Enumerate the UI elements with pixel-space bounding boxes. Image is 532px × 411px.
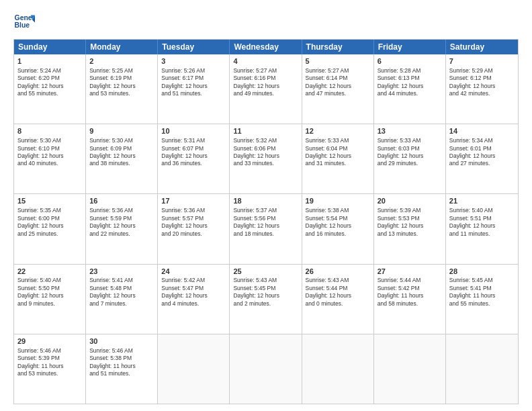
day-number: 29 [17,336,82,347]
cal-cell-empty-4-4 [302,334,374,404]
cal-cell-27: 27Sunrise: 5:44 AMSunset: 5:42 PMDayligh… [374,265,446,334]
day-info: Daylight: 11 hours [378,292,442,300]
day-number: 26 [306,267,370,277]
header-saturday: Saturday [446,40,518,54]
day-info: and 31 minutes. [306,160,370,167]
svg-text:Blue: Blue [15,21,30,29]
day-info: Sunset: 5:39 PM [17,355,82,362]
day-number: 13 [378,126,442,136]
calendar-row-1: 1Sunrise: 5:24 AMSunset: 6:20 PMDaylight… [14,54,518,124]
calendar-row-3: 15Sunrise: 5:35 AMSunset: 6:00 PMDayligh… [14,194,518,264]
day-info: Daylight: 12 hours [449,222,515,230]
day-info: and 16 minutes. [306,230,370,238]
day-info: Daylight: 12 hours [17,292,82,300]
cal-cell-14: 14Sunrise: 5:34 AMSunset: 6:01 PMDayligh… [446,124,518,193]
day-info: Sunset: 6:09 PM [89,145,154,152]
calendar: SundayMondayTuesdayWednesdayThursdayFrid… [13,39,519,404]
day-info: Daylight: 12 hours [233,83,298,90]
day-info: Sunset: 5:51 PM [449,215,515,222]
day-info: and 22 minutes. [89,230,154,238]
day-info: and 0 minutes. [306,300,370,308]
day-info: Sunrise: 5:46 AM [17,347,82,355]
cal-cell-26: 26Sunrise: 5:43 AMSunset: 5:44 PMDayligh… [302,265,374,334]
day-info: Sunset: 6:10 PM [17,145,82,152]
day-number: 19 [306,196,370,206]
day-info: Sunset: 5:57 PM [161,215,226,222]
day-info: and 4 minutes. [161,300,226,308]
cal-cell-16: 16Sunrise: 5:36 AMSunset: 5:59 PMDayligh… [86,194,158,263]
day-info: Sunset: 5:45 PM [233,285,298,292]
day-number: 4 [233,56,298,66]
day-number: 17 [161,196,226,206]
cal-cell-22: 22Sunrise: 5:40 AMSunset: 5:50 PMDayligh… [14,265,86,334]
day-info: Daylight: 12 hours [161,222,226,230]
day-info: Sunrise: 5:40 AM [449,207,515,214]
day-info: and 18 minutes. [233,230,298,238]
calendar-header: SundayMondayTuesdayWednesdayThursdayFrid… [14,40,518,54]
day-info: Daylight: 12 hours [161,152,226,160]
day-info: Daylight: 12 hours [89,292,154,300]
day-info: and 55 minutes. [449,300,515,308]
cal-cell-1: 1Sunrise: 5:24 AMSunset: 6:20 PMDaylight… [14,54,86,124]
day-info: Daylight: 12 hours [449,152,515,160]
cal-cell-17: 17Sunrise: 5:36 AMSunset: 5:57 PMDayligh… [158,194,230,263]
logo: General Blue [13,11,35,32]
cal-cell-25: 25Sunrise: 5:43 AMSunset: 5:45 PMDayligh… [230,265,302,334]
day-number: 24 [161,267,226,277]
cal-cell-30: 30Sunrise: 5:46 AMSunset: 5:38 PMDayligh… [86,334,158,404]
calendar-row-4: 22Sunrise: 5:40 AMSunset: 5:50 PMDayligh… [14,265,518,334]
day-info: Sunset: 6:06 PM [233,145,298,152]
cal-cell-29: 29Sunrise: 5:46 AMSunset: 5:39 PMDayligh… [14,334,86,404]
day-number: 12 [306,126,370,136]
day-info: and 42 minutes. [449,90,515,97]
header-thursday: Thursday [302,40,374,54]
day-number: 18 [233,196,298,206]
cal-cell-20: 20Sunrise: 5:39 AMSunset: 5:53 PMDayligh… [374,194,446,263]
day-info: Daylight: 12 hours [233,222,298,230]
day-info: Sunrise: 5:45 AM [449,277,515,284]
day-info: Sunrise: 5:42 AM [161,277,226,284]
day-info: Sunrise: 5:37 AM [233,207,298,214]
cal-cell-5: 5Sunrise: 5:27 AMSunset: 6:14 PMDaylight… [302,54,374,124]
day-info: Daylight: 12 hours [306,292,370,300]
day-info: Daylight: 12 hours [17,222,82,230]
cal-cell-7: 7Sunrise: 5:29 AMSunset: 6:12 PMDaylight… [446,54,518,124]
day-info: and 13 minutes. [378,230,442,238]
day-number: 3 [161,56,226,66]
day-info: Daylight: 12 hours [378,222,442,230]
day-info: Sunrise: 5:26 AM [161,67,226,75]
day-info: Daylight: 12 hours [161,83,226,90]
day-info: Sunrise: 5:39 AM [378,207,442,214]
day-info: Sunset: 6:13 PM [378,75,442,82]
calendar-body: 1Sunrise: 5:24 AMSunset: 6:20 PMDaylight… [14,54,518,404]
cal-cell-empty-4-3 [230,334,302,404]
day-number: 23 [89,267,154,277]
cal-cell-empty-4-5 [374,334,446,404]
day-number: 20 [378,196,442,206]
day-info: Daylight: 12 hours [17,152,82,160]
cal-cell-empty-4-6 [446,334,518,404]
cal-cell-6: 6Sunrise: 5:28 AMSunset: 6:13 PMDaylight… [374,54,446,124]
day-info: Sunrise: 5:33 AM [378,137,442,144]
day-info: Sunrise: 5:27 AM [233,67,298,75]
day-info: and 55 minutes. [17,90,82,97]
day-info: Daylight: 12 hours [449,83,515,90]
day-info: Sunrise: 5:28 AM [378,67,442,75]
day-info: and 40 minutes. [17,160,82,167]
day-info: Sunset: 5:44 PM [306,285,370,292]
day-info: and 33 minutes. [233,160,298,167]
day-info: Sunrise: 5:34 AM [449,137,515,144]
day-info: Daylight: 12 hours [306,83,370,90]
day-info: and 51 minutes. [89,370,154,377]
day-info: and 53 minutes. [17,370,82,377]
day-info: and 7 minutes. [89,300,154,308]
day-info: Sunrise: 5:36 AM [89,207,154,214]
day-number: 16 [89,196,154,206]
header-wednesday: Wednesday [230,40,302,54]
cal-cell-11: 11Sunrise: 5:32 AMSunset: 6:06 PMDayligh… [230,124,302,193]
day-info: and 36 minutes. [161,160,226,167]
day-info: Sunset: 6:03 PM [378,145,442,152]
day-info: Sunrise: 5:40 AM [17,277,82,284]
day-info: Daylight: 12 hours [89,83,154,90]
day-info: Daylight: 11 hours [89,363,154,370]
